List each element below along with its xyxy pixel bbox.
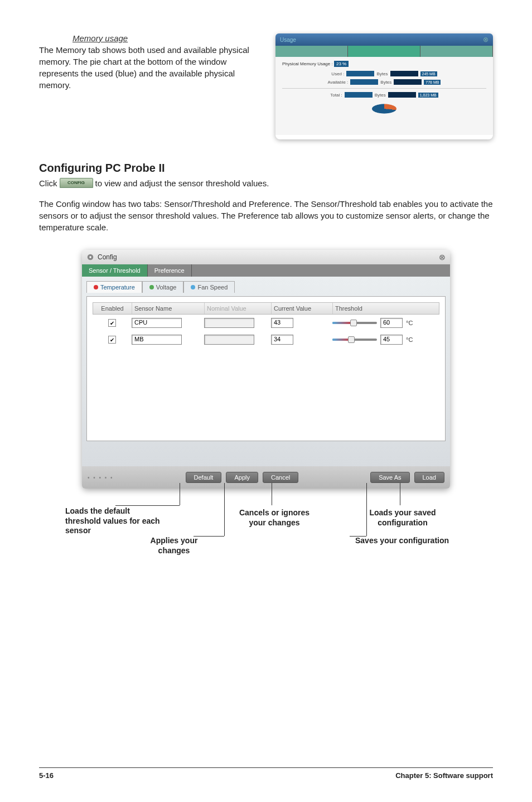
tab-preference[interactable]: Preference [148, 264, 192, 277]
gear-icon [86, 253, 94, 261]
phys-mem-pct: 23 % [334, 61, 349, 67]
used-val: 245 MB [420, 71, 437, 76]
cpu-nominal [204, 318, 254, 328]
config-window-title: Config [98, 253, 117, 261]
cpu-threshold-slider[interactable] [332, 318, 377, 327]
mb-threshold-value[interactable]: 45 [380, 335, 403, 345]
footer-dots: • • • • • [88, 475, 114, 481]
mb-threshold-slider[interactable] [332, 335, 377, 344]
used-bar [346, 71, 374, 76]
memory-usage-paragraph: The Memory tab shows both used and avail… [39, 44, 264, 91]
cpu-sensor-name[interactable]: CPU [132, 318, 182, 328]
used-label: Used : [331, 71, 344, 76]
cancel-button[interactable]: Cancel [263, 472, 298, 483]
avail-bar [350, 79, 378, 85]
mb-unit: °C [406, 336, 413, 343]
temperature-icon [94, 285, 98, 289]
default-button[interactable]: Default [186, 472, 222, 483]
subtab-fan-speed[interactable]: Fan Speed [183, 281, 235, 293]
used-bar2 [390, 71, 418, 76]
memory-screenshot: Usage ⊗ Physical Memory Usage : 23 % Use… [275, 33, 493, 139]
cpu-current: 43 [271, 318, 293, 328]
mb-enabled-checkbox[interactable]: ✔ [108, 336, 116, 344]
table-row: ✔ MB 34 45 °C [93, 331, 439, 348]
tab-sensor-threshold[interactable]: Sensor / Threshold [82, 264, 148, 277]
col-sensor: Sensor Name [132, 303, 205, 314]
memory-usage-heading: Memory usage [72, 33, 264, 43]
callout-default: Loads the default threshold values for e… [65, 506, 166, 536]
config-window: Config ⊗ Sensor / Threshold Preference T… [82, 250, 450, 489]
close-icon[interactable]: ⊗ [483, 36, 489, 44]
close-icon[interactable]: ⊗ [439, 253, 446, 262]
total-bytes: Bytes [375, 93, 386, 98]
callout-apply: Applies your changes [138, 536, 210, 555]
callout-load: Loads your saved configuration [355, 508, 450, 528]
col-current: Current Value [272, 303, 333, 314]
callout-saveas: Saves your configuration [355, 536, 450, 546]
avail-val: 778 MB [424, 80, 441, 85]
svg-point-1 [89, 256, 91, 258]
page-number: 5-16 [39, 771, 54, 780]
col-threshold: Threshold [333, 303, 439, 314]
click-pre: Click [39, 178, 57, 188]
subtab-voltage[interactable]: Voltage [142, 281, 184, 293]
total-bar [345, 92, 373, 98]
fan-icon [191, 285, 195, 289]
config-tab-icon[interactable]: CONFIG [60, 178, 93, 188]
memory-tab-1[interactable] [275, 46, 348, 57]
phys-mem-label: Physical Memory Usage : [282, 61, 333, 66]
mb-current: 34 [271, 335, 293, 345]
table-row: ✔ CPU 43 60 °C [93, 315, 439, 331]
col-enabled: Enabled [93, 303, 132, 314]
click-post: to view and adjust the sensor threshold … [95, 178, 269, 188]
cpu-threshold-value[interactable]: 60 [380, 318, 403, 328]
total-label: Total : [330, 93, 342, 98]
subtab-temperature[interactable]: Temperature [86, 281, 142, 293]
config-heading: Configuring PC Probe II [39, 162, 493, 175]
col-nominal: Nominal Value [205, 303, 272, 314]
avail-bar2 [394, 79, 422, 85]
callout-cancel: Cancels or ignores your changes [238, 508, 311, 528]
config-paragraph: The Config window has two tabs: Sensor/T… [39, 198, 493, 233]
mb-sensor-name[interactable]: MB [132, 335, 182, 345]
memory-window-title: Usage [280, 37, 296, 43]
memory-tab-3[interactable] [420, 46, 493, 57]
save-as-button[interactable]: Save As [370, 472, 409, 483]
total-bar2 [388, 92, 416, 98]
cpu-enabled-checkbox[interactable]: ✔ [108, 319, 116, 327]
used-bytes: Bytes [376, 71, 388, 76]
mb-nominal [204, 335, 254, 345]
voltage-icon [149, 285, 154, 289]
load-button[interactable]: Load [414, 472, 444, 483]
avail-label: Available : [328, 80, 349, 85]
memory-pie-chart [372, 104, 396, 113]
apply-button[interactable]: Apply [226, 472, 258, 483]
memory-tab-2[interactable] [348, 46, 420, 57]
avail-bytes: Bytes [380, 80, 391, 85]
chapter-label: Chapter 5: Software support [395, 771, 493, 780]
total-val: 1,023 MB [418, 93, 438, 98]
cpu-unit: °C [406, 320, 413, 326]
